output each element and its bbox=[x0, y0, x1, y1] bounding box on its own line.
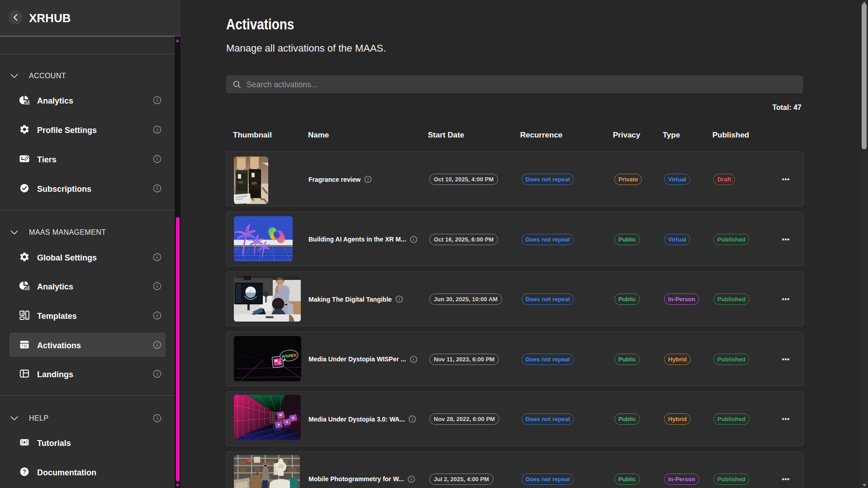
svg-text:?: ? bbox=[23, 468, 26, 475]
